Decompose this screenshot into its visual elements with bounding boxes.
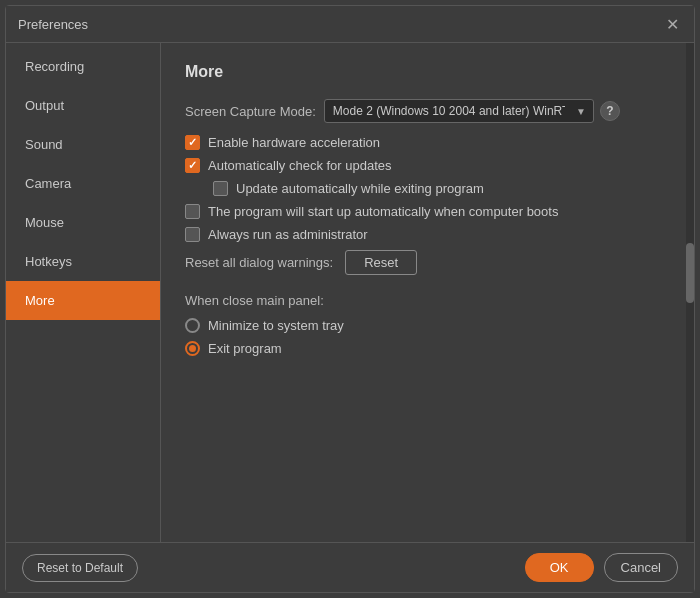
content-area: Recording Output Sound Camera Mouse Hotk… — [6, 43, 694, 542]
checkbox-hardware-label[interactable]: Enable hardware acceleration — [208, 135, 380, 150]
main-panel: More Screen Capture Mode: Mode 2 (Window… — [161, 43, 694, 542]
reset-default-button[interactable]: Reset to Default — [22, 554, 138, 582]
screen-capture-label: Screen Capture Mode: — [185, 104, 316, 119]
checkbox-autostart-box[interactable] — [185, 204, 200, 219]
radio-exit-button[interactable] — [185, 341, 200, 356]
radio-minimize: Minimize to system tray — [185, 318, 670, 333]
checkbox-autoupdate: Automatically check for updates — [185, 158, 670, 173]
sidebar-item-mouse[interactable]: Mouse — [6, 203, 160, 242]
checkbox-admin-label[interactable]: Always run as administrator — [208, 227, 368, 242]
select-wrapper: Mode 2 (Windows 10 2004 and later) WinRT — [324, 99, 594, 123]
sidebar-item-output[interactable]: Output — [6, 86, 160, 125]
footer-left: Reset to Default — [22, 554, 138, 582]
close-button[interactable]: ✕ — [662, 14, 682, 34]
checkbox-admin-box[interactable] — [185, 227, 200, 242]
cancel-button[interactable]: Cancel — [604, 553, 678, 582]
sidebar-item-camera[interactable]: Camera — [6, 164, 160, 203]
checkbox-hardware-box[interactable] — [185, 135, 200, 150]
dialog-title: Preferences — [18, 17, 88, 32]
reset-dialog-label: Reset all dialog warnings: — [185, 255, 333, 270]
reset-dialog-button[interactable]: Reset — [345, 250, 417, 275]
radio-minimize-button[interactable] — [185, 318, 200, 333]
sidebar: Recording Output Sound Camera Mouse Hotk… — [6, 43, 161, 542]
radio-exit-inner — [189, 345, 196, 352]
footer-right: OK Cancel — [525, 553, 678, 582]
checkbox-autoupdate-label[interactable]: Automatically check for updates — [208, 158, 392, 173]
checkbox-autostart-label[interactable]: The program will start up automatically … — [208, 204, 558, 219]
footer: Reset to Default OK Cancel — [6, 542, 694, 592]
radio-minimize-label[interactable]: Minimize to system tray — [208, 318, 344, 333]
screen-capture-row: Screen Capture Mode: Mode 2 (Windows 10 … — [185, 99, 670, 123]
sidebar-item-more[interactable]: More — [6, 281, 160, 320]
reset-dialog-row: Reset all dialog warnings: Reset — [185, 250, 670, 275]
screen-capture-select-container: Mode 2 (Windows 10 2004 and later) WinRT… — [324, 99, 620, 123]
close-panel-label: When close main panel: — [185, 293, 670, 308]
checkbox-autoupdate-box[interactable] — [185, 158, 200, 173]
checkbox-hardware: Enable hardware acceleration — [185, 135, 670, 150]
radio-exit: Exit program — [185, 341, 670, 356]
scrollbar-thumb[interactable] — [686, 243, 694, 303]
preferences-dialog: Preferences ✕ Recording Output Sound Cam… — [5, 5, 695, 593]
radio-exit-label[interactable]: Exit program — [208, 341, 282, 356]
checkbox-admin: Always run as administrator — [185, 227, 670, 242]
help-button[interactable]: ? — [600, 101, 620, 121]
panel-title: More — [185, 63, 670, 81]
sidebar-item-sound[interactable]: Sound — [6, 125, 160, 164]
title-bar: Preferences ✕ — [6, 6, 694, 43]
scrollbar-track — [686, 43, 694, 542]
checkbox-update-exit-label[interactable]: Update automatically while exiting progr… — [236, 181, 484, 196]
checkbox-update-exit-box[interactable] — [213, 181, 228, 196]
checkbox-autostart: The program will start up automatically … — [185, 204, 670, 219]
checkbox-update-exit: Update automatically while exiting progr… — [185, 181, 670, 196]
screen-capture-select[interactable]: Mode 2 (Windows 10 2004 and later) WinRT — [324, 99, 594, 123]
ok-button[interactable]: OK — [525, 553, 594, 582]
sidebar-item-hotkeys[interactable]: Hotkeys — [6, 242, 160, 281]
sidebar-item-recording[interactable]: Recording — [6, 47, 160, 86]
